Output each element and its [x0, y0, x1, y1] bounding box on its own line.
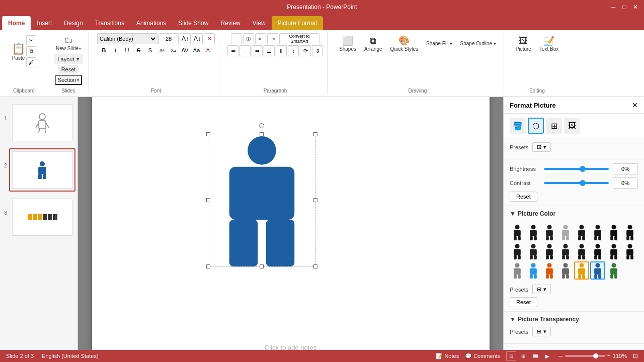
decrease-font-button[interactable]: A↓ [192, 33, 203, 44]
tab-transitions[interactable]: Transitions [89, 16, 130, 30]
color-option-black-1[interactable] [510, 223, 525, 241]
color-presets-control[interactable]: ⊞ ▾ [532, 285, 551, 294]
color-reset-button[interactable]: Reset [510, 297, 537, 307]
shadow-button[interactable]: S [145, 45, 156, 55]
fit-window-button[interactable]: ⊡ [633, 352, 638, 359]
shape-outline-button[interactable]: Shape Outline ▾ [457, 39, 500, 48]
color-option-black-4[interactable] [574, 223, 589, 241]
clear-format-button[interactable]: ✕ [204, 33, 215, 44]
picture-button[interactable]: 🖼 Picture [512, 34, 535, 54]
increase-font-button[interactable]: A↑ [180, 33, 191, 44]
color-option-black-6[interactable] [606, 223, 621, 241]
color-option-orange[interactable] [542, 261, 557, 280]
tab-insert[interactable]: Insert [31, 16, 58, 30]
new-slide-button[interactable]: 🗂 New Slide ▾ [52, 33, 85, 53]
handle-top-center[interactable] [260, 132, 264, 136]
transparency-presets-control[interactable]: ⊞ ▾ [532, 327, 551, 336]
close-button[interactable]: ✕ [631, 3, 640, 12]
color-option-black-5[interactable] [590, 223, 605, 241]
align-text-button[interactable]: ⇕ [312, 45, 323, 56]
italic-button[interactable]: I [110, 45, 121, 55]
change-case-button[interactable]: Aa [191, 45, 202, 55]
slide-3-thumbnail[interactable] [9, 196, 75, 239]
justify-button[interactable]: ☰ [264, 45, 275, 56]
decrease-indent-button[interactable]: ⇤ [255, 33, 266, 44]
superscript-button[interactable]: X² [156, 45, 168, 55]
underline-button[interactable]: U [122, 45, 133, 55]
reset-button[interactable]: Reset [58, 65, 79, 74]
numbering-button[interactable]: ① [243, 33, 254, 44]
color-option-gold[interactable] [574, 261, 589, 280]
handle-top-left[interactable] [206, 132, 210, 136]
line-spacing-button[interactable]: ↕ [288, 45, 299, 56]
slide-sorter-button[interactable]: ⊞ [518, 351, 528, 360]
color-option-green[interactable] [606, 261, 621, 280]
picture-transparency-header[interactable]: ▼ Picture Transparency [510, 316, 638, 323]
tab-view[interactable]: View [247, 16, 272, 30]
tab-home[interactable]: Home [2, 16, 31, 30]
zoom-in-button[interactable]: + [607, 352, 611, 359]
picture-color-header[interactable]: ▼ Picture Color [510, 210, 638, 217]
center-button[interactable]: ≡ [239, 45, 251, 56]
color-option-row2-7[interactable] [606, 242, 621, 260]
color-option-gray[interactable] [510, 261, 525, 280]
minimize-button[interactable]: ─ [609, 3, 618, 12]
effects-button[interactable]: ⬡ [528, 118, 544, 134]
tab-review[interactable]: Review [214, 16, 246, 30]
canvas-area[interactable]: Click to add notes [78, 97, 503, 350]
color-option-row2-8[interactable] [622, 242, 637, 260]
smartart-convert-button[interactable]: Convert to SmartArt [279, 33, 319, 44]
handle-top-right[interactable] [313, 132, 317, 136]
zoom-thumb[interactable] [593, 353, 598, 358]
align-left-button[interactable]: ⬅ [227, 45, 238, 56]
presets-control[interactable]: ⊞ ▾ [532, 142, 551, 152]
color-option-row2-1[interactable] [510, 242, 525, 260]
char-spacing-button[interactable]: AV [180, 45, 191, 55]
handle-bottom-left[interactable] [206, 264, 210, 268]
tab-design[interactable]: Design [58, 16, 89, 30]
shapes-button[interactable]: ⬜ Shapes [336, 33, 360, 54]
strikethrough-button[interactable]: S [133, 45, 144, 55]
notes-button[interactable]: 📝 Notes [436, 353, 459, 359]
subscript-button[interactable]: X₂ [168, 45, 179, 55]
color-option-black-7[interactable] [622, 223, 637, 241]
columns-button[interactable]: ⫿ [276, 45, 287, 56]
tab-animations[interactable]: Animations [130, 16, 172, 30]
brightness-contrast-reset-button[interactable]: Reset [510, 192, 537, 202]
handle-middle-right[interactable] [313, 198, 317, 202]
reading-view-button[interactable]: 📖 [530, 351, 540, 360]
color-option-row2-6[interactable] [590, 242, 605, 260]
zoom-slider[interactable] [565, 355, 605, 357]
copy-button[interactable]: ⧉ [26, 46, 36, 56]
paste-button[interactable]: 📋 Paste ✂ ⧉ 🖌 [8, 33, 40, 69]
color-option-row2-5[interactable] [574, 242, 589, 260]
shape-fill-dropdown[interactable]: ▾ [450, 41, 452, 46]
image-button[interactable]: 🖼 [564, 118, 580, 134]
quick-styles-button[interactable]: 🎨 Quick Styles [387, 33, 422, 54]
figure-container[interactable] [208, 134, 316, 267]
handle-middle-left[interactable] [206, 198, 210, 202]
contrast-slider-thumb[interactable] [580, 180, 586, 186]
close-format-panel-button[interactable]: ✕ [632, 101, 638, 109]
slide-2-thumbnail[interactable] [9, 148, 75, 192]
color-option-black-3[interactable] [542, 223, 557, 241]
text-direction-button[interactable]: ⟳ [300, 45, 311, 56]
slide-1-thumbnail[interactable] [9, 101, 75, 144]
crop-button[interactable]: ⊞ [546, 118, 562, 134]
bold-button[interactable]: B [99, 45, 110, 55]
contrast-slider-track[interactable] [544, 178, 609, 188]
handle-bottom-right[interactable] [313, 264, 317, 268]
layout-button[interactable]: Layout ▾ [54, 54, 83, 64]
shape-fill-button[interactable]: Shape Fill ▾ [423, 39, 455, 48]
normal-view-button[interactable]: ⊡ [506, 351, 516, 360]
comments-button[interactable]: 💬 Comments [465, 353, 500, 359]
click-to-add-notes[interactable]: Click to add notes [265, 344, 316, 350]
color-option-blue[interactable] [526, 261, 541, 280]
color-option-row2-3[interactable] [542, 242, 557, 260]
font-family-select[interactable]: Calibri (Body) [97, 33, 157, 44]
text-box-button[interactable]: 📝 Text Box [536, 33, 562, 54]
font-size-input[interactable] [158, 33, 179, 44]
brightness-slider-thumb[interactable] [580, 166, 586, 172]
color-option-gray2[interactable] [558, 261, 573, 280]
rotate-handle[interactable] [259, 123, 264, 128]
